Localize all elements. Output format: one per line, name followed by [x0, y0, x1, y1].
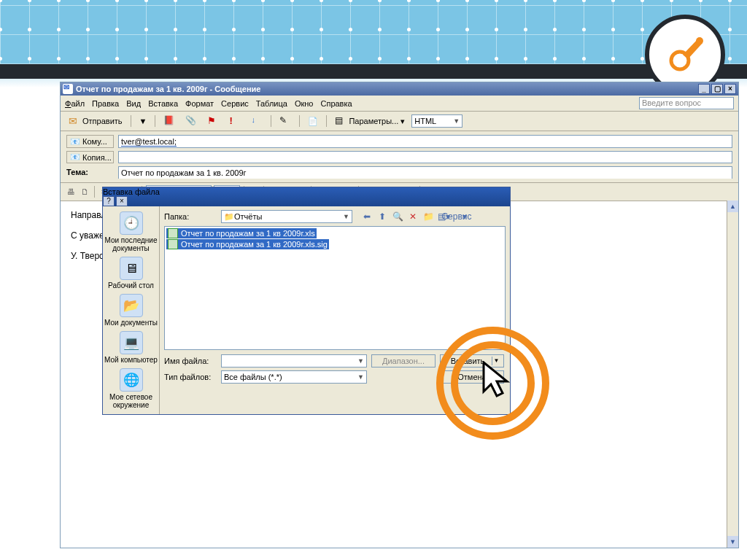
signature-icon [279, 115, 291, 127]
filetype-combo[interactable]: Все файлы (*.*)▼ [221, 370, 367, 384]
main-toolbar: Отправить ▼ 📄 Параметры... ▾ HTML▼ [61, 112, 738, 131]
menu-bar: ФФайлайл Правка Вид Вставка Формат Серви… [61, 96, 738, 112]
titlebar: Отчет по продажам за 1 кв. 2009г - Сообщ… [61, 82, 738, 96]
print-icon[interactable]: 🖶 [65, 186, 77, 198]
signature-button[interactable] [276, 114, 295, 128]
sig-icon [168, 239, 178, 249]
menu-edit[interactable]: Правка [92, 99, 119, 108]
place-mycomputer[interactable]: 💻Мой компьютер [103, 329, 159, 366]
importance-high-button[interactable] [225, 114, 244, 128]
vertical-scrollbar[interactable]: ▲ ▼ [727, 201, 738, 548]
importance-low-icon [251, 115, 263, 127]
dialog-help-button[interactable]: ? [103, 196, 115, 206]
back-icon[interactable]: ⬅ [361, 211, 373, 222]
menu-tools[interactable]: Сервис [221, 99, 249, 108]
address-book-button[interactable] [160, 114, 179, 128]
close-button[interactable]: × [724, 84, 736, 94]
dialog-title: Вставка файла [103, 187, 160, 196]
folder-combo[interactable]: 📁 Отчёты▼ [221, 210, 352, 223]
svg-point-1 [696, 37, 703, 44]
delete-icon[interactable]: ✕ [407, 211, 419, 222]
scroll-up-icon[interactable]: ▲ [727, 201, 738, 212]
print-preview-icon[interactable]: 🗋 [79, 186, 90, 198]
dialog-close-button[interactable]: × [116, 196, 128, 206]
cc-button[interactable]: 📧 Копия... [66, 151, 114, 163]
menu-help[interactable]: Справка [320, 99, 352, 108]
search-web-icon[interactable]: 🔍 [392, 211, 403, 222]
attach-button[interactable]: 📄 [304, 115, 322, 128]
up-one-level-icon[interactable]: ⬆ [376, 211, 388, 222]
options-button[interactable]: Параметры... ▾ [331, 114, 409, 128]
place-desktop[interactable]: 🖥Рабочий стол [103, 254, 159, 292]
menu-window[interactable]: Окно [295, 99, 314, 108]
menu-table[interactable]: Таблица [256, 99, 287, 108]
format-mode-combo[interactable]: HTML▼ [411, 114, 462, 128]
importance-low-button[interactable] [247, 114, 266, 128]
dialog-titlebar: Вставка файла ? × [103, 187, 510, 206]
importance-high-icon [229, 115, 241, 127]
book-icon [163, 115, 175, 127]
places-bar: 🕘Мои последние документы 🖥Рабочий стол 📂… [103, 206, 160, 414]
ask-question-input[interactable]: Введите вопрос [639, 97, 734, 109]
slide-grid-bg [0, 0, 747, 64]
cc-input[interactable] [118, 151, 732, 163]
to-button[interactable]: 📧 Кому... [66, 135, 114, 148]
menu-insert[interactable]: Вставка [148, 99, 178, 108]
file-item-0[interactable]: Отчет по продажам за 1 кв 2009г.xls [166, 228, 317, 238]
range-button[interactable]: Диапазон... [371, 354, 436, 368]
cursor-icon [481, 361, 513, 402]
subject-label: Тема: [66, 166, 114, 179]
place-recent[interactable]: 🕘Мои последние документы [103, 209, 159, 254]
menu-file[interactable]: ФФайлайл [65, 99, 85, 108]
slide-dark-band [0, 64, 747, 79]
window-title: Отчет по продажам за 1 кв. 2009г - Сообщ… [76, 85, 698, 93]
filetype-label: Тип файлов: [164, 373, 217, 381]
filename-input[interactable]: ▼ [221, 354, 367, 368]
to-input[interactable]: tver@test.local; [118, 135, 732, 148]
accounts-button[interactable]: ▼ [136, 115, 151, 127]
file-list[interactable]: Отчет по продажам за 1 кв 2009г.xls Отче… [164, 226, 506, 350]
folder-label: Папка: [164, 212, 217, 221]
minimize-button[interactable]: _ [698, 84, 710, 94]
scroll-down-icon[interactable]: ▼ [727, 536, 738, 548]
tools-menu[interactable]: Сервис ▾ [453, 211, 465, 222]
maximize-button[interactable]: ▢ [711, 84, 723, 94]
flag-icon [207, 115, 219, 127]
place-mydocs[interactable]: 📂Мои документы [103, 292, 159, 329]
options-icon [335, 115, 347, 127]
flag-button[interactable] [204, 114, 222, 128]
place-network[interactable]: 🌐Мое сетевое окружение [103, 366, 159, 411]
send-button[interactable]: Отправить [65, 114, 126, 128]
filename-label: Имя файла: [164, 357, 217, 365]
xls-icon [168, 228, 178, 238]
subject-input[interactable]: Отчет по продажам за 1 кв. 2009г [118, 166, 732, 179]
check-icon [185, 115, 197, 127]
check-names-button[interactable] [182, 114, 201, 128]
new-folder-icon[interactable]: 📁 [422, 211, 434, 222]
message-icon [63, 84, 73, 94]
send-icon [69, 115, 80, 127]
menu-view[interactable]: Вид [126, 99, 141, 108]
menu-format[interactable]: Формат [185, 99, 214, 108]
file-item-1[interactable]: Отчет по продажам за 1 кв 2009г.xls.sig [166, 239, 329, 249]
header-fields: 📧 Кому... tver@test.local; 📧 Копия... Те… [61, 131, 738, 183]
